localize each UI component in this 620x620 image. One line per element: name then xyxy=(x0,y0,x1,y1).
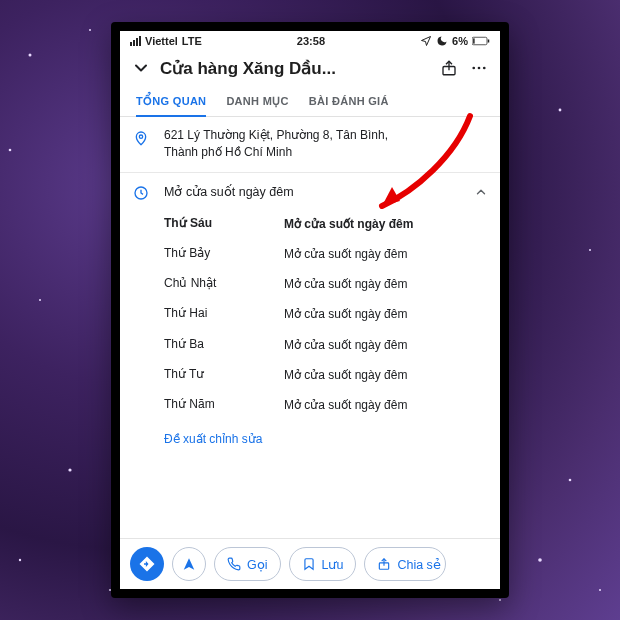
more-icon xyxy=(470,59,488,77)
share-icon xyxy=(440,59,458,77)
status-bar: Viettel LTE 23:58 6% xyxy=(120,31,500,51)
call-button[interactable]: Gọi xyxy=(214,547,281,581)
collapse-button[interactable] xyxy=(130,57,152,79)
svg-rect-17 xyxy=(488,40,490,43)
phone-icon xyxy=(227,557,241,571)
share-label: Chia sẻ xyxy=(397,557,440,572)
svg-point-1 xyxy=(89,29,91,31)
hours-value: Mở cửa suốt ngày đêm xyxy=(284,306,488,322)
hours-value: Mở cửa suốt ngày đêm xyxy=(284,367,488,383)
start-navigation-button[interactable] xyxy=(172,547,206,581)
hours-value: Mở cửa suốt ngày đêm xyxy=(284,276,488,292)
tabs: TỔNG QUAN DANH MỤC BÀI ĐÁNH GIÁ xyxy=(120,87,500,117)
carrier-label: Viettel xyxy=(145,35,178,47)
directions-icon xyxy=(138,555,156,573)
hours-row: Thứ HaiMở cửa suốt ngày đêm xyxy=(164,299,488,329)
bookmark-icon xyxy=(302,557,316,571)
place-header: Cửa hàng Xăng Dầu... xyxy=(120,51,500,87)
hours-day: Thứ Ba xyxy=(164,337,284,353)
chevron-down-icon xyxy=(131,58,151,78)
place-title: Cửa hàng Xăng Dầu... xyxy=(160,58,430,79)
save-label: Lưu xyxy=(322,557,344,572)
svg-point-12 xyxy=(499,599,501,601)
address-text: 621 Lý Thường Kiệt, Phường 8, Tân Bình, … xyxy=(164,127,388,162)
directions-button[interactable] xyxy=(130,547,164,581)
hours-day: Thứ Bảy xyxy=(164,246,284,262)
svg-point-9 xyxy=(569,479,572,482)
svg-point-19 xyxy=(472,67,475,70)
hours-value: Mở cửa suốt ngày đêm xyxy=(284,246,488,262)
chevron-up-icon xyxy=(474,185,488,199)
hours-day: Thứ Tư xyxy=(164,367,284,383)
clock-icon xyxy=(133,185,149,201)
navigate-icon xyxy=(182,557,196,571)
svg-point-5 xyxy=(589,249,591,251)
address-line1: 621 Lý Thường Kiệt, Phường 8, Tân Bình, xyxy=(164,127,388,144)
svg-point-6 xyxy=(39,299,41,301)
svg-point-21 xyxy=(483,67,486,70)
clock-label: 23:58 xyxy=(297,35,325,47)
tab-menu[interactable]: DANH MỤC xyxy=(216,87,298,116)
battery-icon xyxy=(472,36,490,46)
svg-point-7 xyxy=(68,468,71,471)
battery-label: 6% xyxy=(452,35,468,47)
tab-reviews[interactable]: BÀI ĐÁNH GIÁ xyxy=(299,87,399,116)
svg-point-14 xyxy=(9,149,12,152)
more-button[interactable] xyxy=(468,57,490,79)
share-icon xyxy=(377,557,391,571)
phone-screen: Viettel LTE 23:58 6% Cửa hàng Xăng Dầu..… xyxy=(120,31,500,589)
share-button[interactable]: Chia sẻ xyxy=(364,547,445,581)
svg-point-4 xyxy=(559,109,562,112)
hours-summary: Mở cửa suốt ngày đêm xyxy=(164,184,460,199)
tab-overview[interactable]: TỔNG QUAN xyxy=(126,87,216,116)
call-label: Gọi xyxy=(247,557,268,572)
svg-point-11 xyxy=(599,589,601,591)
phone-frame: Viettel LTE 23:58 6% Cửa hàng Xăng Dầu..… xyxy=(111,22,509,598)
hours-day: Thứ Năm xyxy=(164,397,284,413)
share-button-header[interactable] xyxy=(438,57,460,79)
hours-list: Thứ SáuMở cửa suốt ngày đêmThứ BảyMở cửa… xyxy=(120,207,500,426)
moon-icon xyxy=(436,35,448,47)
save-button[interactable]: Lưu xyxy=(289,547,357,581)
hours-day: Thứ Hai xyxy=(164,306,284,322)
hours-day: Chủ Nhật xyxy=(164,276,284,292)
hours-row: Thứ NămMở cửa suốt ngày đêm xyxy=(164,390,488,420)
svg-point-10 xyxy=(538,558,542,562)
hours-day: Thứ Sáu xyxy=(164,216,284,232)
hours-row: Thứ BaMở cửa suốt ngày đêm xyxy=(164,330,488,360)
address-line2: Thành phố Hồ Chí Minh xyxy=(164,144,388,161)
hours-row: Thứ SáuMở cửa suốt ngày đêm xyxy=(164,209,488,239)
svg-point-0 xyxy=(29,54,32,57)
svg-point-20 xyxy=(478,67,481,70)
location-pin-icon xyxy=(133,129,149,147)
network-label: LTE xyxy=(182,35,202,47)
address-row[interactable]: 621 Lý Thường Kiệt, Phường 8, Tân Bình, … xyxy=(120,117,500,173)
suggest-edit-link[interactable]: Đề xuất chỉnh sửa xyxy=(120,426,500,452)
hours-row: Thứ BảyMở cửa suốt ngày đêm xyxy=(164,239,488,269)
hours-row: Thứ TưMở cửa suốt ngày đêm xyxy=(164,360,488,390)
hours-value: Mở cửa suốt ngày đêm xyxy=(284,216,488,232)
svg-point-22 xyxy=(139,135,142,138)
signal-icon xyxy=(130,36,141,46)
svg-point-8 xyxy=(19,559,21,561)
hours-value: Mở cửa suốt ngày đêm xyxy=(284,397,488,413)
hours-row: Chủ NhậtMở cửa suốt ngày đêm xyxy=(164,269,488,299)
location-arrow-icon xyxy=(420,35,432,47)
hours-toggle-row[interactable]: Mở cửa suốt ngày đêm xyxy=(120,173,500,207)
action-bar: Gọi Lưu Chia sẻ xyxy=(120,538,500,589)
svg-rect-16 xyxy=(473,38,475,43)
hours-value: Mở cửa suốt ngày đêm xyxy=(284,337,488,353)
